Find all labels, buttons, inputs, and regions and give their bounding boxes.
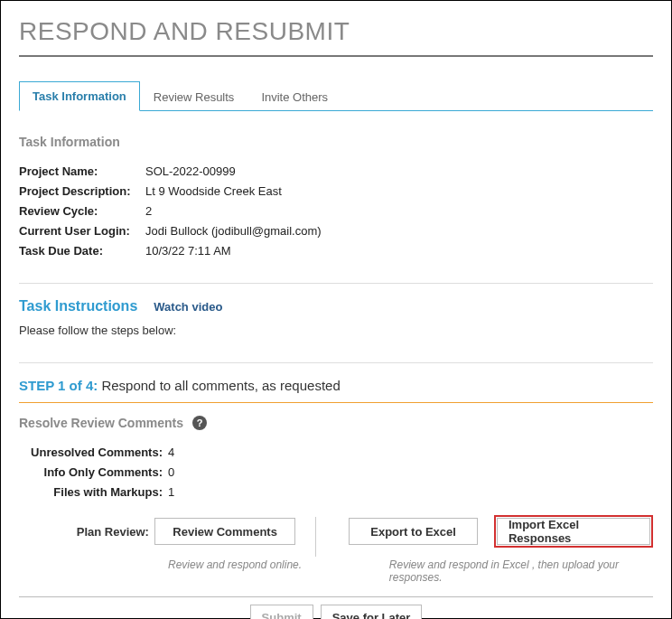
export-excel-button[interactable]: Export to Excel <box>349 518 478 545</box>
row-current-user: Current User Login: Jodi Bullock (jodibu… <box>19 221 653 241</box>
label-unresolved: Unresolved Comments: <box>19 443 168 463</box>
instructions-text: Please follow the steps below: <box>19 324 653 337</box>
row-project-name: Project Name: SOL-2022-00999 <box>19 162 653 182</box>
resolve-title: Resolve Review Comments <box>19 416 183 430</box>
label-markups: Files with Markups: <box>19 483 168 502</box>
step-number: STEP 1 of 4: <box>19 378 98 393</box>
helper-review-excel: Review and respond in Excel , then uploa… <box>389 558 653 584</box>
label-current-user: Current User Login: <box>19 221 145 241</box>
instructions-header: Task Instructions Watch video <box>19 298 653 314</box>
import-excel-highlight: Import Excel Responses <box>494 515 653 548</box>
title-divider <box>19 55 653 57</box>
divider-1 <box>19 283 653 284</box>
footer-divider <box>19 596 653 597</box>
label-project-description: Project Description: <box>19 182 145 202</box>
step-description: Respond to all comments, as requested <box>101 378 340 393</box>
value-info-only: 0 <box>168 463 174 483</box>
submit-button: Submit <box>250 605 313 619</box>
row-project-description: Project Description: Lt 9 Woodside Creek… <box>19 182 653 202</box>
tab-invite-others[interactable]: Invite Others <box>247 82 341 111</box>
import-excel-responses-button[interactable]: Import Excel Responses <box>497 518 650 545</box>
save-for-later-button[interactable]: Save for Later <box>321 605 423 619</box>
row-markups: Files with Markups: 1 <box>19 483 653 502</box>
resolve-header: Resolve Review Comments ? <box>19 416 653 430</box>
plan-review-actions: Plan Review: Review Comments Export to E… <box>19 511 653 551</box>
app-frame: RESPOND AND RESUBMIT Task Information Re… <box>0 0 672 619</box>
step-heading: STEP 1 of 4: Respond to all comments, as… <box>19 378 653 393</box>
value-review-cycle: 2 <box>145 202 152 221</box>
help-icon[interactable]: ? <box>192 416 207 430</box>
value-markups: 1 <box>168 483 174 502</box>
row-due-date: Task Due Date: 10/3/22 7:11 AM <box>19 241 653 261</box>
step-divider <box>19 402 653 403</box>
review-comments-button[interactable]: Review Comments <box>154 518 295 545</box>
row-info-only: Info Only Comments: 0 <box>19 463 653 483</box>
value-unresolved: 4 <box>168 443 174 463</box>
label-due-date: Task Due Date: <box>19 241 145 261</box>
tab-review-results[interactable]: Review Results <box>140 82 248 111</box>
page-title: RESPOND AND RESUBMIT <box>19 17 653 46</box>
value-current-user: Jodi Bullock (jodibull@gmail.com) <box>145 221 322 241</box>
watch-video-link[interactable]: Watch video <box>154 300 222 314</box>
value-due-date: 10/3/22 7:11 AM <box>145 241 231 261</box>
tab-task-information[interactable]: Task Information <box>19 81 140 111</box>
task-info-table: Project Name: SOL-2022-00999 Project Des… <box>19 162 653 261</box>
plan-review-label: Plan Review: <box>19 525 154 539</box>
row-unresolved: Unresolved Comments: 4 <box>19 443 653 463</box>
label-info-only: Info Only Comments: <box>19 463 168 483</box>
tab-bar: Task Information Review Results Invite O… <box>19 80 653 111</box>
row-review-cycle: Review Cycle: 2 <box>19 202 653 221</box>
helper-review-online: Review and respond online. <box>168 558 335 584</box>
helper-texts: Review and respond online. Review and re… <box>19 558 653 584</box>
footer-buttons: Submit Save for Later <box>19 605 653 619</box>
task-instructions-title: Task Instructions <box>19 298 137 314</box>
value-project-name: SOL-2022-00999 <box>145 162 236 182</box>
value-project-description: Lt 9 Woodside Creek East <box>145 182 282 202</box>
label-review-cycle: Review Cycle: <box>19 202 145 221</box>
vertical-divider <box>315 517 316 557</box>
label-project-name: Project Name: <box>19 162 145 182</box>
divider-2 <box>19 362 653 363</box>
comment-counts: Unresolved Comments: 4 Info Only Comment… <box>19 443 653 502</box>
task-info-heading: Task Information <box>19 135 653 149</box>
